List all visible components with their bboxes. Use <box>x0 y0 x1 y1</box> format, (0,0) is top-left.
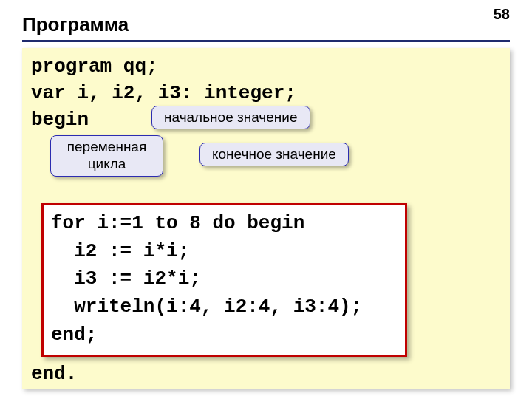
code-line-1: program qq; <box>31 54 158 80</box>
code-line-2: var i, i2, i3: integer; <box>31 81 296 106</box>
highlighted-code-box: for i:=1 to 8 do begin i2 := i*i; i3 := … <box>41 203 407 357</box>
callout-initial-value: начальное значение <box>151 106 310 129</box>
callout-final-value: конечное значение <box>200 143 349 166</box>
code-block: program qq; var i, i2, i3: integer; begi… <box>22 48 510 389</box>
inner-code-line-3: i3 := i2*i; <box>51 265 398 293</box>
code-line-end: end. <box>31 361 77 387</box>
slide-title: Программа <box>22 13 129 36</box>
title-underline <box>22 40 510 42</box>
callout-loop-variable: переменная цикла <box>50 135 163 177</box>
inner-code-line-2: i2 := i*i; <box>51 238 398 266</box>
page-number: 58 <box>494 6 510 23</box>
inner-code-line-4: writeln(i:4, i2:4, i3:4); <box>51 293 398 321</box>
inner-code-line-5: end; <box>51 321 398 349</box>
inner-code-line-1: for i:=1 to 8 do begin <box>51 210 398 238</box>
code-line-3: begin <box>31 107 89 133</box>
